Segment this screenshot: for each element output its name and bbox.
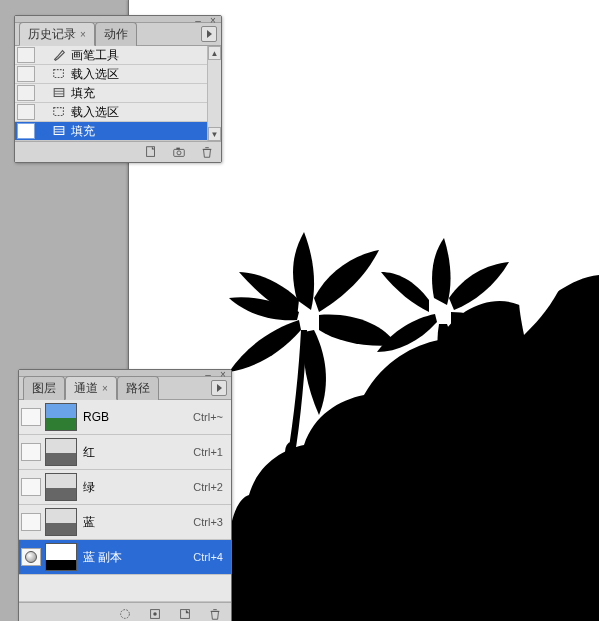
history-list: 画笔工具载入选区填充载入选区▶填充 xyxy=(15,46,221,141)
channels-list: RGBCtrl+~红Ctrl+1绿Ctrl+2蓝Ctrl+3蓝 副本Ctrl+4 xyxy=(19,400,231,575)
svg-rect-6 xyxy=(54,108,64,116)
history-item[interactable]: 载入选区 xyxy=(15,65,207,84)
tab-label: 图层 xyxy=(32,381,56,395)
channels-empty-area xyxy=(19,575,231,602)
visibility-toggle-icon[interactable] xyxy=(21,548,41,566)
history-tab-row: 历史记录×动作 xyxy=(15,23,221,46)
history-snapshot-box[interactable] xyxy=(17,66,35,82)
history-item-label: 填充 xyxy=(71,85,207,102)
brush-icon xyxy=(51,48,67,62)
tab-label: 通道 xyxy=(74,381,98,395)
scroll-down-icon[interactable]: ▼ xyxy=(208,127,221,141)
fill-icon xyxy=(51,124,67,138)
visibility-toggle-icon[interactable] xyxy=(21,443,41,461)
history-item-label: 画笔工具 xyxy=(71,47,207,64)
svg-rect-10 xyxy=(147,147,155,157)
new-doc-icon[interactable] xyxy=(143,145,159,159)
history-item[interactable]: 填充 xyxy=(15,84,207,103)
channels-tab-row: 图层通道×路径 xyxy=(19,377,231,400)
channel-item[interactable]: 绿Ctrl+2 xyxy=(19,470,231,505)
history-item[interactable]: 画笔工具 xyxy=(15,46,207,65)
history-item[interactable]: 载入选区 xyxy=(15,103,207,122)
tab-close-icon[interactable]: × xyxy=(102,383,108,394)
history-snapshot-box[interactable] xyxy=(17,104,35,120)
channel-shortcut: Ctrl+4 xyxy=(193,551,223,563)
panel-flyout-menu-icon[interactable] xyxy=(211,380,227,396)
tab-label: 动作 xyxy=(104,27,128,41)
panel-flyout-menu-icon[interactable] xyxy=(201,26,217,42)
trash-icon[interactable] xyxy=(199,145,215,159)
history-footer xyxy=(15,141,221,162)
selection-icon xyxy=(51,105,67,119)
history-item-label: 载入选区 xyxy=(71,66,207,83)
camera-icon[interactable] xyxy=(171,145,187,159)
svg-rect-7 xyxy=(54,127,64,135)
channel-item[interactable]: 蓝Ctrl+3 xyxy=(19,505,231,540)
channel-item[interactable]: RGBCtrl+~ xyxy=(19,400,231,435)
channel-thumbnail xyxy=(45,508,77,536)
visibility-toggle-icon[interactable] xyxy=(21,478,41,496)
svg-point-18 xyxy=(153,612,157,616)
tab-close-icon[interactable]: × xyxy=(80,29,86,40)
channel-name: 绿 xyxy=(83,479,193,496)
svg-point-16 xyxy=(121,610,130,619)
load-selection-icon[interactable] xyxy=(117,606,133,621)
history-item[interactable]: ▶填充 xyxy=(15,122,207,141)
channel-shortcut: Ctrl+2 xyxy=(193,481,223,493)
history-snapshot-box[interactable] xyxy=(17,123,35,139)
channel-item[interactable]: 蓝 副本Ctrl+4 xyxy=(19,540,231,575)
history-panel: – × 历史记录×动作 画笔工具载入选区填充载入选区▶填充 ▲ ▼ xyxy=(14,15,222,163)
channel-item[interactable]: 红Ctrl+1 xyxy=(19,435,231,470)
svg-rect-3 xyxy=(54,89,64,97)
history-snapshot-box[interactable] xyxy=(17,85,35,101)
visibility-toggle-icon[interactable] xyxy=(21,408,41,426)
svg-rect-13 xyxy=(176,148,180,150)
channel-name: 红 xyxy=(83,444,193,461)
channel-thumbnail xyxy=(45,403,77,431)
tab-history-1[interactable]: 动作 xyxy=(95,22,137,46)
channels-footer xyxy=(19,602,231,621)
fill-icon xyxy=(51,86,67,100)
history-scrollbar[interactable]: ▲ ▼ xyxy=(207,46,221,141)
channel-thumbnail xyxy=(45,473,77,501)
trash-icon[interactable] xyxy=(207,606,223,621)
selection-icon xyxy=(51,67,67,81)
svg-rect-2 xyxy=(54,70,64,78)
channel-name: RGB xyxy=(83,410,193,424)
channels-panel: – × 图层通道×路径 RGBCtrl+~红Ctrl+1绿Ctrl+2蓝Ctrl… xyxy=(18,369,232,621)
tab-label: 历史记录 xyxy=(28,27,76,41)
channel-name: 蓝 xyxy=(83,514,193,531)
scroll-up-icon[interactable]: ▲ xyxy=(208,46,221,60)
visibility-toggle-icon[interactable] xyxy=(21,513,41,531)
svg-rect-19 xyxy=(181,610,190,619)
history-item-label: 填充 xyxy=(71,123,207,140)
channel-name: 蓝 副本 xyxy=(83,549,193,566)
tab-channels-2[interactable]: 路径 xyxy=(117,376,159,400)
channel-shortcut: Ctrl+~ xyxy=(193,411,223,423)
channel-shortcut: Ctrl+1 xyxy=(193,446,223,458)
tab-channels-0[interactable]: 图层 xyxy=(23,376,65,400)
svg-point-12 xyxy=(177,151,181,155)
channel-shortcut: Ctrl+3 xyxy=(193,516,223,528)
tab-history-0[interactable]: 历史记录× xyxy=(19,22,95,46)
channel-thumbnail xyxy=(45,438,77,466)
tab-label: 路径 xyxy=(126,381,150,395)
save-selection-icon[interactable] xyxy=(147,606,163,621)
new-channel-icon[interactable] xyxy=(177,606,193,621)
tab-channels-1[interactable]: 通道× xyxy=(65,376,117,400)
history-item-label: 载入选区 xyxy=(71,104,207,121)
svg-point-1 xyxy=(285,442,297,462)
history-state-marker-icon: ▶ xyxy=(37,126,51,137)
channel-thumbnail xyxy=(45,543,77,571)
history-snapshot-box[interactable] xyxy=(17,47,35,63)
